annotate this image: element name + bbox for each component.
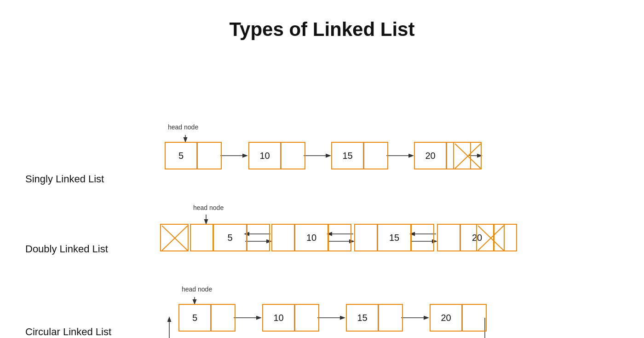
doubly-node-1: 5 bbox=[190, 224, 270, 251]
doubly-node-2: 10 bbox=[271, 224, 351, 251]
circular-node-3: 15 bbox=[346, 304, 403, 332]
singly-node-2: 10 bbox=[248, 142, 305, 169]
circular-node-1: 5 bbox=[178, 304, 236, 332]
circular-node-4: 20 bbox=[430, 304, 487, 332]
circular-node-2: 10 bbox=[262, 304, 319, 332]
singly-node-1: 5 bbox=[165, 142, 222, 169]
doubly-null-left bbox=[160, 224, 189, 251]
singly-null bbox=[453, 142, 482, 169]
doubly-label: Doubly Linked List bbox=[25, 243, 108, 255]
arrows-overlay bbox=[0, 50, 644, 337]
doubly-null-right bbox=[476, 224, 505, 251]
circular-head-label: head node bbox=[182, 286, 212, 293]
circular-label: Circular Linked List bbox=[25, 326, 111, 338]
page-title: Types of Linked List bbox=[0, 0, 644, 50]
singly-head-label: head node bbox=[168, 123, 198, 131]
singly-node-3: 15 bbox=[331, 142, 388, 169]
doubly-node-3: 15 bbox=[354, 224, 434, 251]
singly-label: Singly Linked List bbox=[25, 173, 104, 185]
doubly-head-label: head node bbox=[193, 204, 224, 211]
